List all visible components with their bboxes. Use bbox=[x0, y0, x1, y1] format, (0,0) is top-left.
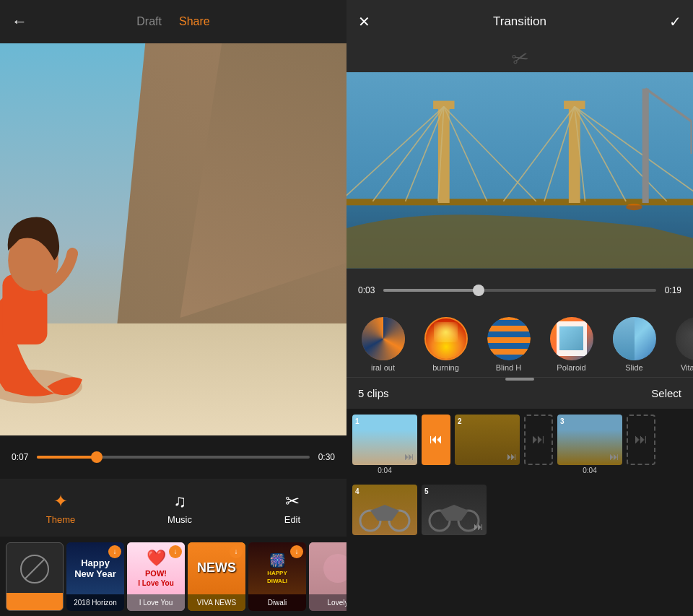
left-themes: None ↓ Happy New Year 2018 Horizon ↓ ❤️ … bbox=[0, 537, 346, 616]
end-time-right: 0:19 bbox=[665, 285, 681, 295]
theme-diwali[interactable]: ↓ 🎆 HAPPY DIWALI Diwali bbox=[248, 542, 306, 611]
theme-diwali-label: Diwali bbox=[248, 594, 306, 611]
download-badge-vivanews: ↓ bbox=[230, 545, 243, 558]
download-badge-diwali: ↓ bbox=[290, 545, 303, 558]
right-clips-header: 5 clips Select bbox=[346, 377, 693, 409]
scissors-area: ✂ bbox=[346, 43, 693, 72]
transition-label-vitasco: Vitasco... bbox=[681, 363, 693, 372]
theme-label: Theme bbox=[46, 514, 75, 525]
clip-number-1: 1 bbox=[355, 417, 359, 425]
check-button[interactable]: ✓ bbox=[669, 13, 681, 30]
close-button[interactable]: ✕ bbox=[358, 13, 370, 30]
clip-item-2[interactable]: 2 ⏭ bbox=[455, 415, 520, 474]
transition-circle-blindh bbox=[487, 317, 531, 360]
svg-rect-10 bbox=[346, 199, 693, 205]
right-transitions: iral out burning Blind H Polaroid bbox=[346, 312, 693, 377]
transition-label-polaroid: Polaroid bbox=[557, 363, 585, 372]
dash-icon-2: ⏭ bbox=[627, 415, 655, 465]
right-header: ✕ Transition ✓ bbox=[346, 0, 693, 43]
transition-label-burning: burning bbox=[432, 363, 459, 372]
theme-2018horizon[interactable]: ↓ Happy New Year 2018 Horizon bbox=[66, 542, 124, 611]
clip-item-4[interactable]: 4 bbox=[352, 485, 417, 537]
end-time-left: 0:30 bbox=[318, 452, 335, 462]
transition-vitasco[interactable]: Vitasco... bbox=[666, 317, 693, 372]
transition-circle-burning bbox=[424, 317, 468, 360]
theme-none-label: None bbox=[6, 594, 63, 610]
transition-circle-spiral bbox=[362, 317, 405, 360]
draft-label[interactable]: Draft bbox=[136, 15, 162, 28]
clip-number-2: 2 bbox=[458, 417, 462, 425]
svg-rect-11 bbox=[438, 105, 450, 203]
clip-item-3[interactable]: 3 ⏭ 0:04 bbox=[557, 415, 622, 474]
theme-iloveyou[interactable]: ↓ ❤️ POW! I Love You I Love You bbox=[127, 542, 185, 611]
svg-rect-27 bbox=[642, 89, 649, 203]
clip-thumb-5: 5 ⏭ bbox=[422, 485, 487, 535]
theme-lovely-label: Lovely bbox=[309, 594, 346, 611]
theme-icon: ✦ bbox=[53, 491, 68, 511]
theme-none[interactable]: None bbox=[6, 542, 64, 611]
timeline-track-right[interactable] bbox=[383, 289, 655, 292]
timeline-thumb-left[interactable] bbox=[91, 451, 103, 463]
transition-circle-slide bbox=[613, 317, 656, 360]
select-button[interactable]: Select bbox=[651, 387, 681, 399]
right-preview bbox=[346, 72, 693, 269]
theme-iloveyou-label: I Love You bbox=[127, 594, 185, 611]
scissors-icon: ✂ bbox=[509, 44, 531, 71]
theme-lovely[interactable]: Lovely bbox=[309, 542, 346, 611]
clip-thumb-4: 4 bbox=[352, 485, 417, 535]
clip-thumb-1: 1 ⏭ bbox=[352, 415, 417, 465]
timeline-fill-left bbox=[37, 456, 97, 459]
theme-vivanews-label: VIVA NEWS bbox=[188, 594, 245, 611]
transition-label-slide: Slide bbox=[625, 363, 642, 372]
edit-label: Edit bbox=[284, 514, 300, 525]
music-label: Music bbox=[167, 514, 192, 525]
share-label[interactable]: Share bbox=[179, 15, 210, 28]
transition-burning[interactable]: burning bbox=[415, 317, 476, 372]
clip-dash-2: ⏭ bbox=[627, 415, 655, 465]
clip-dash-1: ⏭ bbox=[524, 415, 553, 465]
download-badge-2018: ↓ bbox=[108, 545, 121, 558]
back-button[interactable]: ← bbox=[12, 12, 27, 31]
transition-label-spiral: iral out bbox=[371, 363, 395, 372]
transition-polaroid[interactable]: Polaroid bbox=[541, 317, 602, 372]
music-icon: ♫ bbox=[173, 491, 186, 511]
clip-duration-3: 0:04 bbox=[557, 467, 622, 474]
beach-svg bbox=[0, 43, 346, 435]
svg-rect-31 bbox=[346, 205, 693, 268]
transition-button-icon: ⏮ bbox=[422, 415, 450, 465]
transition-slide[interactable]: Slide bbox=[603, 317, 665, 372]
transition-circle-polaroid bbox=[550, 317, 593, 360]
clip-item-5[interactable]: 5 ⏭ bbox=[422, 485, 487, 537]
drag-handle[interactable] bbox=[505, 378, 534, 381]
transition-spiral-out[interactable]: iral out bbox=[352, 317, 414, 372]
toolbar-item-edit[interactable]: ✂ Edit bbox=[284, 491, 300, 525]
clip-thumb-3: 3 ⏭ bbox=[557, 415, 622, 465]
timeline-track-left[interactable] bbox=[37, 456, 309, 459]
theme-vivanews[interactable]: ↓ NEWS VIVA NEWS bbox=[188, 542, 245, 611]
transition-blindh[interactable]: Blind H bbox=[478, 317, 539, 372]
beach-scene bbox=[0, 43, 346, 435]
clip-transition-button[interactable]: ⏮ bbox=[422, 415, 450, 465]
right-panel: ✕ Transition ✓ ✂ bbox=[346, 0, 693, 616]
timeline-fill-right bbox=[383, 289, 479, 292]
transition-title: Transition bbox=[493, 14, 546, 29]
theme-2018horizon-label: 2018 Horizon bbox=[66, 594, 124, 611]
edit-icon: ✂ bbox=[285, 491, 300, 511]
transition-label-blindh: Blind H bbox=[496, 363, 521, 372]
clip-thumb-2: 2 ⏭ bbox=[455, 415, 520, 465]
download-badge-iloveyou: ↓ bbox=[169, 545, 182, 558]
timeline-thumb-right[interactable] bbox=[473, 285, 484, 296]
transition-circle-vitasco bbox=[676, 317, 694, 360]
right-clips-grid: 1 ⏭ 0:04 ⏮ 2 ⏭ ⏭ 3 ⏭ 0:04 bbox=[346, 409, 693, 617]
toolbar-item-music[interactable]: ♫ Music bbox=[167, 491, 192, 525]
bridge-svg bbox=[346, 72, 693, 269]
clip-item-1[interactable]: 1 ⏭ 0:04 bbox=[352, 415, 417, 474]
left-timeline: 0:07 0:30 bbox=[0, 435, 346, 479]
none-circle-icon bbox=[20, 555, 49, 584]
right-timeline: 0:03 0:19 bbox=[346, 269, 693, 312]
toolbar-item-theme[interactable]: ✦ Theme bbox=[46, 491, 75, 525]
dash-icon-1: ⏭ bbox=[524, 415, 553, 465]
clip-duration-1: 0:04 bbox=[352, 467, 417, 474]
left-preview bbox=[0, 43, 346, 435]
left-header: ← Draft Share bbox=[0, 0, 346, 43]
